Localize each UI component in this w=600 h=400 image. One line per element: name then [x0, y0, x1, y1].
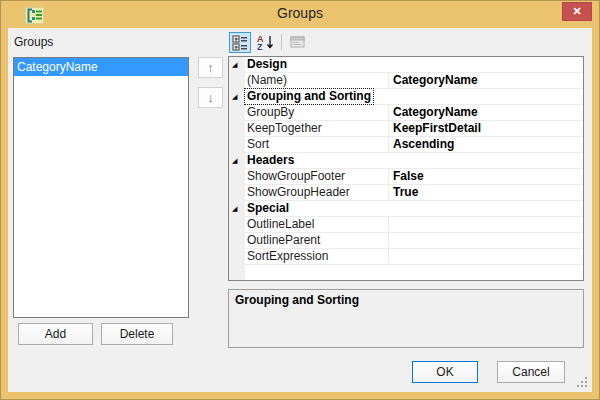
dialog-body: Groups CategoryName ↑ ↓ Add Delete: [8, 28, 592, 392]
property-row[interactable]: (Name)CategoryName: [245, 73, 583, 89]
titlebar[interactable]: Groups ✕: [1, 1, 599, 28]
property-description-pane: Grouping and Sorting: [228, 289, 584, 348]
cancel-button[interactable]: Cancel: [497, 361, 565, 383]
category-label: Design: [245, 57, 289, 72]
property-value[interactable]: KeepFirstDetail: [389, 121, 583, 136]
arrow-down-icon: ↓: [207, 90, 214, 105]
property-category-row[interactable]: ◢Grouping and Sorting: [245, 89, 583, 105]
property-category-row[interactable]: ◢Special: [245, 201, 583, 217]
category-label: Headers: [245, 153, 296, 168]
property-value[interactable]: [389, 217, 583, 232]
property-row[interactable]: SortExpression: [245, 249, 583, 265]
move-up-button[interactable]: ↑: [198, 57, 223, 78]
collapse-triangle-icon[interactable]: ◢: [232, 58, 237, 72]
property-name: ShowGroupHeader: [245, 185, 389, 200]
property-value[interactable]: [389, 249, 583, 264]
groups-listbox[interactable]: CategoryName: [13, 57, 189, 318]
property-name: OutlineLabel: [245, 217, 389, 232]
alphabetical-sort-icon: A Z: [257, 34, 275, 51]
property-value[interactable]: CategoryName: [389, 73, 583, 88]
property-name: Sort: [245, 137, 389, 152]
property-name: OutlineParent: [245, 233, 389, 248]
property-row[interactable]: ShowGroupFooterFalse: [245, 169, 583, 185]
alphabetical-sort-button[interactable]: A Z: [255, 33, 277, 52]
collapse-triangle-icon[interactable]: ◢: [232, 202, 237, 216]
groups-list-label: Groups: [14, 35, 53, 49]
description-title: Grouping and Sorting: [229, 290, 583, 310]
group-list-item[interactable]: CategoryName: [14, 58, 188, 76]
category-label: Grouping and Sorting: [245, 89, 373, 104]
delete-button[interactable]: Delete: [101, 323, 173, 345]
property-value[interactable]: False: [389, 169, 583, 184]
property-name: GroupBy: [245, 105, 389, 120]
property-row[interactable]: OutlineLabel: [245, 217, 583, 233]
collapse-triangle-icon[interactable]: ◢: [232, 90, 237, 104]
move-down-button[interactable]: ↓: [198, 87, 223, 108]
close-button[interactable]: ✕: [562, 2, 592, 21]
ok-button[interactable]: OK: [412, 361, 478, 383]
property-name: (Name): [245, 73, 389, 88]
categorized-view-button[interactable]: [229, 32, 251, 53]
property-category-row[interactable]: ◢Headers: [245, 153, 583, 169]
collapse-triangle-icon[interactable]: ◢: [232, 154, 237, 168]
property-value[interactable]: [389, 233, 583, 248]
property-row[interactable]: SortAscending: [245, 137, 583, 153]
property-row[interactable]: ShowGroupHeaderTrue: [245, 185, 583, 201]
property-value[interactable]: CategoryName: [389, 105, 583, 120]
add-button[interactable]: Add: [18, 323, 93, 345]
toolbar-separator: [281, 34, 282, 50]
close-icon: ✕: [572, 5, 581, 18]
property-grid: ◢Design(Name)CategoryName◢Grouping and S…: [228, 56, 584, 281]
groups-dialog: Groups ✕ Groups CategoryName ↑ ↓ Add Del…: [0, 0, 600, 400]
property-pages-icon: [290, 36, 306, 49]
property-category-row[interactable]: ◢Design: [245, 57, 583, 73]
category-label: Special: [245, 201, 291, 216]
property-row[interactable]: KeepTogetherKeepFirstDetail: [245, 121, 583, 137]
property-pages-button: [287, 34, 309, 51]
property-name: SortExpression: [245, 249, 389, 264]
property-value[interactable]: True: [389, 185, 583, 200]
categorized-icon: [232, 35, 248, 51]
arrow-up-icon: ↑: [207, 60, 214, 75]
property-row[interactable]: OutlineParent: [245, 233, 583, 249]
resize-grip[interactable]: [577, 377, 587, 387]
property-name: ShowGroupFooter: [245, 169, 389, 184]
svg-text:Z: Z: [257, 42, 263, 51]
window-title: Groups: [1, 5, 599, 21]
property-row[interactable]: GroupByCategoryName: [245, 105, 583, 121]
property-value[interactable]: Ascending: [389, 137, 583, 152]
property-name: KeepTogether: [245, 121, 389, 136]
